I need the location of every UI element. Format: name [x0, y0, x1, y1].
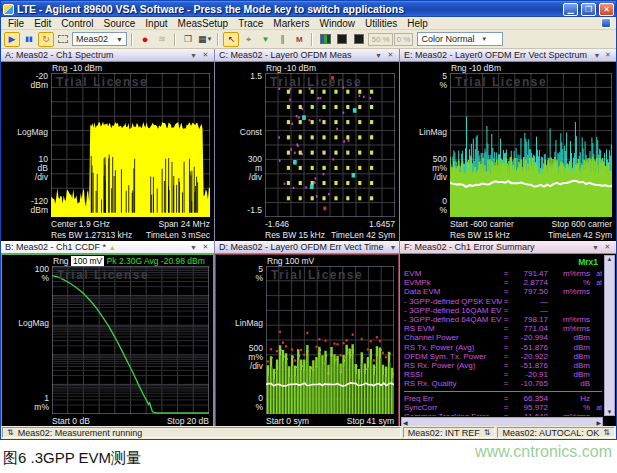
summary-cell — [590, 412, 602, 416]
panel-close-icon[interactable]: ✕ — [201, 243, 210, 251]
spectrum-trace-svg — [51, 73, 210, 217]
spinner-icon[interactable]: ⇅ — [484, 428, 491, 437]
toolbar-separator — [131, 33, 133, 46]
record-button[interactable]: ● — [137, 32, 153, 47]
y-axis-bottom-label: 0 % — [400, 197, 447, 215]
menu-item-input[interactable]: Input — [140, 18, 172, 29]
timelen-label: TimeLen 42 Sym — [331, 230, 395, 240]
summary-cell — [548, 306, 590, 315]
scroll-down-icon[interactable]: ▼ — [607, 409, 613, 415]
menu-item-source[interactable]: Source — [99, 18, 141, 29]
summary-cell — [590, 394, 602, 403]
panel-menu-icon[interactable]: ▼ — [593, 52, 601, 59]
layout-stack-button[interactable]: ❐ — [180, 32, 196, 47]
play-button[interactable]: ▶ — [4, 32, 20, 47]
summary-row: - 3GPP-defined 16QAM EVM=— — [404, 306, 602, 315]
panel-e-titlebar[interactable]: E: Meas02 - Layer0 OFDM Err Vect Spectru… — [400, 49, 616, 62]
status-autocal-segment: Meas02: AUTOCAL: OK ⇅ — [497, 427, 615, 438]
menu-item-window[interactable]: Window — [314, 18, 360, 29]
rng-label: Rng — [53, 256, 69, 266]
palette-dark2-button[interactable] — [351, 32, 367, 47]
menu-item-markers[interactable]: Markers — [268, 18, 314, 29]
panel-e-plot[interactable]: Rng -10 dBm 5 % LinMag 500 m% /div 0 % T… — [400, 62, 616, 241]
summary-row: RS Rx. Power (Avg)=-51.876dBm — [404, 361, 602, 370]
status-ref-segment: Meas02: INT REF ⇅ — [403, 427, 496, 438]
meas-select[interactable]: Meas02 ▼ — [72, 32, 127, 46]
marker-m-button[interactable]: M — [291, 32, 307, 47]
spinner-icon[interactable]: ⇅ — [603, 428, 610, 437]
panel-b-plot[interactable]: Rng 100 mV Pk 2.30G Avg -20.98 dBm 100 %… — [1, 254, 214, 428]
restore-button[interactable]: ❐ — [581, 3, 596, 16]
x-left-label: Start 0 dB — [52, 416, 90, 426]
scroll-left-icon[interactable]: ◀ — [403, 419, 408, 426]
color-mode-select[interactable]: Color Normal ▾ — [417, 32, 503, 46]
marker-drop-button[interactable]: ▼ — [257, 32, 273, 47]
panel-close-icon[interactable]: ✕ — [604, 51, 612, 59]
panel-menu-icon[interactable]: ▼ — [390, 244, 397, 251]
status-running-segment: ⇅ Meas02: Measurement running — [2, 427, 401, 438]
menu-item-utilities[interactable]: Utilities — [360, 18, 402, 29]
summary-row: - 3GPP-defined QPSK EVM=— — [404, 297, 602, 306]
summary-cell — [590, 379, 602, 388]
restart-button[interactable]: ↻ — [38, 32, 54, 47]
status-running-text: Meas02: Measurement running — [18, 428, 143, 438]
vertical-scrollbar[interactable]: ▲▼ — [604, 255, 615, 416]
close-button[interactable]: ✕ — [599, 3, 614, 16]
summary-cell: = — [502, 403, 510, 412]
panel-b-titlebar[interactable]: B: Meas02 - Ch1 CCDF * ▲ ▼ ✕ — [1, 241, 214, 254]
x-axis-row: Start 0 dB Stop 20 dB — [52, 416, 209, 426]
panel-f-plot[interactable]: Mrx1 EVM=791.47m%rmsatEVMPk=2.8774%atDat… — [400, 254, 616, 428]
menu-item-trace[interactable]: Trace — [233, 18, 268, 29]
y-axis-scale-label: LogMag — [2, 319, 49, 328]
menu-item-edit[interactable]: Edit — [29, 18, 56, 29]
panel-d-titlebar[interactable]: D: Meas02 - Layer0 OFDM Err Vect Time ▼ … — [215, 241, 399, 254]
panel-menu-icon[interactable]: ▼ — [189, 244, 198, 251]
summary-cell — [590, 352, 602, 361]
layout-grid-button[interactable]: ▦▼ — [197, 32, 213, 47]
panel-close-icon[interactable]: ✕ — [603, 243, 612, 251]
crosshair-tool-button[interactable]: ⌖ — [240, 32, 256, 47]
palette-dark-button[interactable] — [334, 32, 350, 47]
menu-item-help[interactable]: Help — [402, 18, 433, 29]
spinner-icon[interactable]: ⇅ — [7, 428, 14, 437]
summary-cell — [590, 287, 602, 296]
summary-cell — [590, 324, 602, 333]
panel-menu-icon[interactable]: ▼ — [591, 244, 600, 251]
menu-item-meassetup[interactable]: MeasSetup — [173, 18, 234, 29]
panel-close-icon[interactable]: ✕ — [386, 51, 395, 59]
summary-cell — [590, 315, 602, 324]
lasso-icon — [58, 35, 68, 43]
panel-b-ccdf: B: Meas02 - Ch1 CCDF * ▲ ▼ ✕ Rng 100 mV … — [1, 241, 215, 428]
zoom-0-box: 0 % — [394, 33, 414, 46]
panel-close-icon[interactable]: ✕ — [201, 51, 210, 59]
panel-a-titlebar[interactable]: A: Meas02 - Ch1 Spectrum ▼ ✕ — [1, 49, 214, 62]
panel-menu-icon[interactable]: ▼ — [374, 52, 383, 59]
panel-f-titlebar[interactable]: F: Meas02 - Ch1 Error Summary ▼ ✕ — [400, 241, 616, 254]
summary-cell: RSSI — [404, 370, 502, 379]
help-icon[interactable] — [601, 18, 611, 28]
panel-menu-icon[interactable]: ▼ — [189, 52, 198, 59]
pause-button[interactable]: ▮▮ — [21, 32, 37, 47]
selection-tool-button[interactable] — [55, 32, 71, 47]
trial-license-watermark: Trial License — [270, 75, 362, 89]
panel-a-plot[interactable]: Rng -10 dBm -20 dBm LogMag 10 dB /div -1… — [1, 62, 214, 241]
summary-cell: 66.354 — [510, 394, 548, 403]
pointer-tool-button[interactable]: ↖ — [223, 32, 239, 47]
scroll-right-icon[interactable]: ▶ — [596, 419, 601, 426]
menu-item-file[interactable]: File — [3, 18, 29, 29]
color-bars-button[interactable] — [317, 32, 333, 47]
summary-cell: -51.876 — [510, 361, 548, 370]
summary-cell: -10.765 — [510, 379, 548, 388]
summary-cell: at — [590, 269, 602, 278]
panel-d-plot[interactable]: Rng 100 mV 5 % LinMag 500 m% /div 0 % Tr… — [215, 254, 399, 428]
band-markers-button[interactable]: ∥ — [274, 32, 290, 47]
summary-cell: EVMPk — [404, 278, 502, 287]
y-axis-top-label: 5 % — [216, 265, 263, 283]
minimize-button[interactable]: ▁ — [563, 3, 578, 16]
summary-cell: dBm — [548, 352, 590, 361]
panel-c-titlebar[interactable]: C: Meas02 - Layer0 OFDM Meas ▼ ✕ — [215, 49, 399, 62]
panel-c-plot[interactable]: Rng -10 dBm 1.5 Const 300 m /div -1.5 Tr… — [215, 62, 399, 241]
menu-item-control[interactable]: Control — [56, 18, 98, 29]
scroll-up-icon[interactable]: ▲ — [607, 256, 613, 262]
summary-cell: -20.922 — [510, 352, 548, 361]
